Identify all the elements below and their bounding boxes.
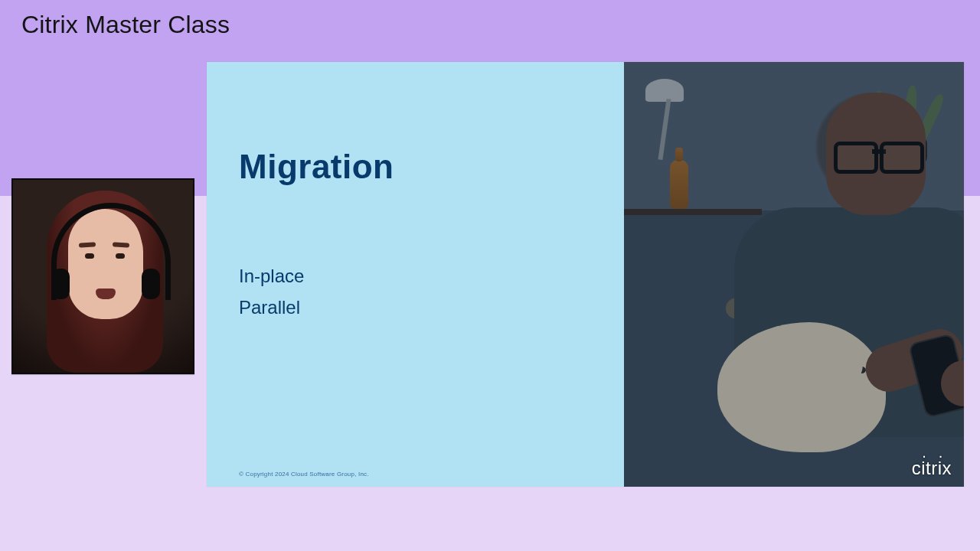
brand-logo: citrix bbox=[912, 458, 952, 479]
slide-title: Migration bbox=[239, 148, 394, 186]
dog-figure bbox=[717, 322, 886, 452]
slide-bullet: In-place bbox=[239, 261, 304, 292]
photo-scene bbox=[624, 62, 964, 487]
presenter-webcam bbox=[11, 178, 194, 374]
lamp-icon bbox=[638, 71, 699, 163]
slide-content-panel: Migration In-place Parallel © Copyright … bbox=[207, 62, 624, 487]
slide-copyright: © Copyright 2024 Cloud Software Group, I… bbox=[239, 471, 369, 478]
slide-photo: citrix bbox=[624, 62, 964, 487]
presentation-slide: Migration In-place Parallel © Copyright … bbox=[207, 62, 964, 487]
page-title: Citrix Master Class bbox=[21, 11, 230, 39]
video-frame: Citrix Master Class Migration In-place P… bbox=[0, 0, 980, 551]
slide-bullets: In-place Parallel bbox=[239, 261, 304, 324]
person-figure bbox=[711, 108, 964, 487]
bottle-icon bbox=[670, 160, 688, 209]
slide-bullet: Parallel bbox=[239, 292, 304, 324]
